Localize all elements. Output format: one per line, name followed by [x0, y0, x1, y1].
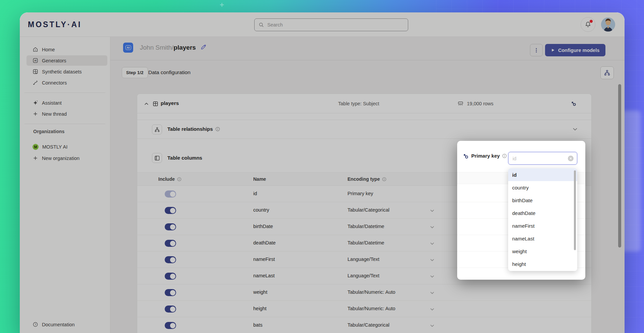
dropdown-option[interactable]: weight: [508, 245, 577, 258]
dropdown-option-label: nameFirst: [512, 223, 535, 229]
primary-key-popup: Primary key id id country birthDate: [457, 141, 585, 280]
dropdown-option-label: id: [512, 172, 517, 178]
primary-key-input-placeholder: id: [513, 156, 568, 161]
dropdown-option[interactable]: deathDate: [508, 207, 577, 219]
dropdown-option[interactable]: id: [508, 168, 577, 181]
primary-key-input[interactable]: id: [508, 152, 577, 165]
dropdown-options: id country birthDate deathDate nameFirst…: [508, 168, 577, 270]
primary-key-label-text: Primary key: [471, 153, 500, 159]
dropdown-option-label: birthDate: [512, 198, 533, 203]
dropdown-option-label: nameLast: [512, 236, 534, 241]
app-window: MOSTLY·AI Search Home Generators Synthet…: [20, 12, 625, 333]
key-icon: [463, 153, 469, 159]
primary-key-dropdown: id country birthDate deathDate nameFirst…: [508, 168, 577, 271]
dropdown-option-label: deathDate: [512, 210, 535, 216]
dropdown-option[interactable]: nameFirst: [508, 219, 577, 232]
dropdown-option[interactable]: birthDate: [508, 194, 577, 207]
clear-input-icon[interactable]: [568, 156, 574, 161]
info-icon: [502, 154, 507, 158]
background-plus-mark: +: [220, 1, 224, 9]
primary-key-label: Primary key: [471, 153, 507, 159]
dropdown-option[interactable]: country: [508, 181, 577, 194]
dropdown-option[interactable]: nameLast: [508, 232, 577, 245]
dropdown-option-label: weight: [512, 248, 527, 254]
dropdown-option-label: country: [512, 185, 529, 190]
dropdown-option[interactable]: height: [508, 258, 577, 270]
dropdown-option-label: height: [512, 261, 526, 267]
dropdown-scrollbar[interactable]: [574, 170, 576, 250]
